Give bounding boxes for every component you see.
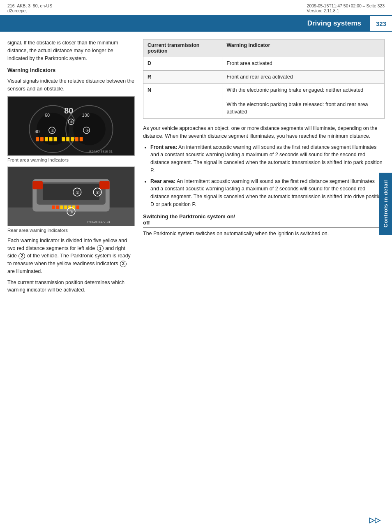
page-header: Driving systems 323 <box>0 15 392 32</box>
header-left-line2: d2ureepe, <box>7 8 52 13</box>
svg-text:②: ② <box>76 190 79 195</box>
svg-rect-9 <box>36 137 39 141</box>
svg-rect-33 <box>52 205 55 209</box>
bullet-front-text: An intermittent acoustic warning will so… <box>150 144 383 173</box>
svg-rect-35 <box>60 205 63 209</box>
svg-rect-32 <box>99 181 110 189</box>
bullet-front-label: Front area: <box>150 144 177 150</box>
bullet-item-front: Front area: An intermittent acoustic war… <box>150 143 385 174</box>
header-right-line1: 2009-05-15T11:47:50+02:00 – Seite 323 <box>307 3 385 8</box>
svg-rect-13 <box>54 137 57 141</box>
indicator-n-text2: With the electronic parking brake releas… <box>226 102 368 115</box>
table-header-position: Current transmission position <box>143 39 222 57</box>
svg-rect-12 <box>49 137 53 141</box>
svg-text:40: 40 <box>35 129 39 134</box>
svg-text:80: 80 <box>64 106 73 115</box>
svg-text:③: ③ <box>85 129 89 133</box>
svg-text:③: ③ <box>51 129 54 133</box>
page-title: Driving systems <box>299 15 369 32</box>
svg-text:P54.65-3918-31: P54.65-3918-31 <box>89 150 112 153</box>
side-tab: Controls in detail <box>379 173 392 235</box>
table-header-indicator: Warning indicator <box>222 39 385 57</box>
svg-text:③: ③ <box>69 210 73 214</box>
transmission-text: The current transmission position determ… <box>7 279 135 294</box>
header-left-line1: 216_AKB; 3; 90, en-US <box>7 3 52 8</box>
header-left: 216_AKB; 3; 90, en-US d2ureepe, <box>7 3 52 13</box>
bullet-rear-label: Rear area: <box>150 178 175 184</box>
nav-arrow: ▷▷ <box>369 516 380 525</box>
svg-rect-11 <box>45 137 48 141</box>
side-tab-container: Controls in detail <box>379 173 392 235</box>
table-cell-indicator-N: With the electronic parking brake engage… <box>222 84 385 119</box>
circle-1: 1 <box>97 245 104 252</box>
page-number: 323 <box>369 16 392 31</box>
warning-indicators-heading: Warning indicators <box>7 67 135 75</box>
table-cell-position-R: R <box>143 70 222 84</box>
table-row: N With the electronic parking brake enga… <box>143 84 385 119</box>
front-area-image: 60 40 100 80 <box>7 96 135 156</box>
indicator-n-text1: With the electronic parking brake engage… <box>226 87 363 93</box>
bullet-list: Front area: An intermittent acoustic war… <box>143 143 385 208</box>
svg-text:①: ① <box>96 190 99 195</box>
main-content: signal. If the obstacle is closer than t… <box>0 32 392 305</box>
svg-rect-30 <box>43 184 99 200</box>
header-right-line2: Version: 2.11.8.1 <box>307 8 385 13</box>
switching-body: The Parktronic system switches on automa… <box>143 230 385 238</box>
rear-caption: Rear area warning indicators <box>7 228 135 233</box>
header-right: 2009-05-15T11:47:50+02:00 – Seite 323 Ve… <box>307 3 385 13</box>
doc-header: 216_AKB; 3; 90, en-US d2ureepe, 2009-05-… <box>0 0 392 15</box>
rear-area-image: ② ① ③ P54.25 8177-31 <box>7 167 135 226</box>
approaches-text: As your vehicle approaches an object, on… <box>143 125 385 140</box>
svg-rect-36 <box>64 205 67 209</box>
warning-indicators-body: Visual signals indicate the relative dis… <box>7 77 135 93</box>
front-caption: Front area warning indicators <box>7 157 135 162</box>
table-row: R Front and rear area activated <box>143 70 385 84</box>
svg-text:①: ① <box>70 120 73 124</box>
svg-rect-31 <box>32 181 43 189</box>
right-column: Current transmission position Warning in… <box>143 39 385 297</box>
svg-rect-39 <box>76 205 79 209</box>
svg-text:100: 100 <box>82 113 90 118</box>
svg-rect-0 <box>8 97 134 155</box>
table-cell-position-D: D <box>143 57 222 71</box>
table-row: D Front area activated <box>143 57 385 71</box>
table-cell-indicator-D: Front area activated <box>222 57 385 71</box>
svg-text:60: 60 <box>45 113 50 118</box>
circle-2: 2 <box>18 253 25 259</box>
svg-rect-18 <box>80 137 83 141</box>
switching-heading: Switching the Parktronic system on/off <box>143 213 385 228</box>
description-text: Each warning indicator is divided into f… <box>7 237 135 275</box>
warning-indicator-table: Current transmission position Warning in… <box>143 39 385 119</box>
svg-rect-15 <box>66 137 69 141</box>
svg-rect-17 <box>75 137 78 141</box>
table-cell-position-N: N <box>143 84 222 119</box>
intro-paragraph: signal. If the obstacle is closer than t… <box>7 39 135 62</box>
page-header-title-area: Driving systems 323 <box>299 15 392 32</box>
bullet-rear-text: An intermittent acoustic warning will so… <box>150 178 383 207</box>
table-cell-indicator-R: Front and rear area activated <box>222 70 385 84</box>
svg-rect-16 <box>71 137 74 141</box>
circle-3: 3 <box>120 261 127 267</box>
svg-rect-34 <box>56 205 59 209</box>
svg-rect-10 <box>40 137 44 141</box>
svg-rect-14 <box>62 137 65 141</box>
left-column: signal. If the obstacle is closer than t… <box>7 39 135 297</box>
svg-text:P54.25 8177-31: P54.25 8177-31 <box>87 220 110 224</box>
bullet-item-rear: Rear area: An intermittent acoustic warn… <box>150 178 385 208</box>
